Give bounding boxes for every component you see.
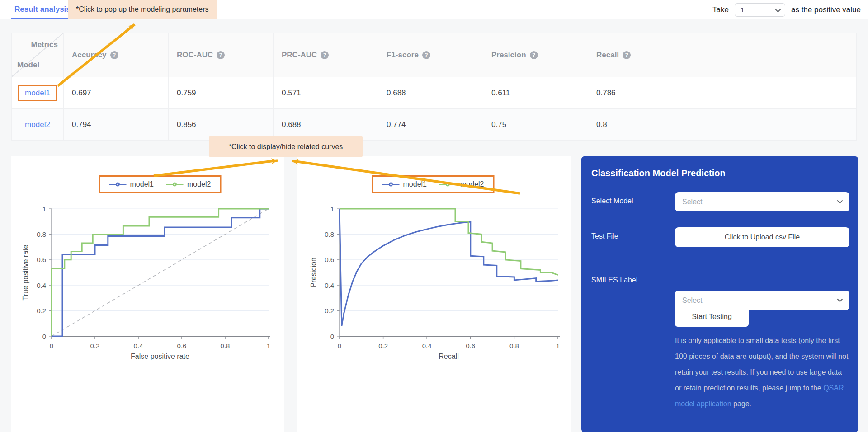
metric-cell: 0.774 — [378, 109, 483, 141]
prc-legend: model1model2 — [372, 175, 495, 193]
row-filler — [693, 77, 856, 109]
help-icon[interactable]: ? — [217, 51, 225, 59]
smiles-label: SMILES Label — [591, 276, 637, 284]
col-header-label: Recall — [596, 51, 619, 60]
start-testing-button[interactable]: Start Testing — [675, 306, 749, 327]
panel-title: Classification Model Prediction — [591, 168, 726, 178]
positive-value-select[interactable]: 1 — [735, 3, 785, 17]
legend-circle-icon — [389, 183, 393, 187]
svg-text:0.8: 0.8 — [325, 230, 334, 238]
metric-cell: 0.571 — [274, 77, 378, 109]
metric-cell: 0.75 — [483, 109, 588, 141]
svg-text:0.4: 0.4 — [422, 342, 432, 350]
legend-circle-icon — [446, 183, 450, 187]
select-model-placeholder: Select — [682, 198, 702, 206]
svg-text:True positive rate: True positive rate — [22, 244, 29, 300]
svg-text:0.2: 0.2 — [378, 342, 388, 350]
svg-text:0.8: 0.8 — [37, 230, 46, 238]
header-filler — [693, 33, 856, 77]
legend-item-model1[interactable]: model1 — [382, 180, 427, 188]
col-header-prc-auc: PRC-AUC? — [274, 33, 378, 77]
svg-text:0.4: 0.4 — [37, 282, 46, 289]
svg-text:1: 1 — [267, 342, 270, 350]
line-circle-symbol — [382, 184, 400, 185]
help-icon[interactable]: ? — [422, 51, 430, 59]
top-bar: Result analysis *Click to pop up the mod… — [0, 0, 868, 19]
svg-text:0.6: 0.6 — [325, 256, 334, 263]
legend-label: model2 — [187, 180, 211, 188]
svg-text:Presicion: Presicion — [310, 258, 317, 287]
legend-item-model2[interactable]: model2 — [166, 180, 211, 188]
col-header-f1-score: F1-score? — [378, 33, 483, 77]
line-circle-symbol — [439, 184, 457, 185]
model-cell: model1 — [12, 77, 64, 109]
result-analysis-page: Result analysis *Click to pop up the mod… — [0, 0, 868, 432]
legend-item-model2[interactable]: model2 — [439, 180, 484, 188]
col-header-label: F1-score — [387, 51, 419, 60]
positive-value-control: Take 1 as the positive value — [712, 0, 861, 19]
roc-legend: model1model2 — [99, 175, 222, 193]
legend-circle-icon — [173, 183, 177, 187]
roc-chart-card: 00.20.40.60.8100.20.40.60.81False positi… — [11, 156, 284, 432]
modeling-parameters-tooltip: *Click to pop up the modeling parameters — [68, 0, 217, 19]
col-header-roc-auc: ROC-AUC? — [169, 33, 274, 77]
select-model-label: Select Model — [591, 197, 633, 205]
svg-text:0.2: 0.2 — [37, 307, 46, 315]
chevron-down-icon — [775, 6, 781, 12]
svg-text:0.8: 0.8 — [221, 342, 230, 350]
upload-csv-button[interactable]: Click to Upload csv File — [675, 227, 849, 247]
chevron-down-icon — [837, 296, 843, 302]
col-header-label: ROC-AUC — [177, 51, 213, 60]
metric-cell: 0.611 — [483, 77, 588, 109]
note-text: It is only applicable to small data test… — [675, 337, 848, 392]
select-model-dropdown[interactable]: Select — [675, 192, 849, 211]
model-link-model1[interactable]: model1 — [25, 89, 50, 97]
col-header-label: PRC-AUC — [282, 51, 317, 60]
panel-note: It is only applicable to small data test… — [675, 333, 849, 412]
classification-prediction-panel: Classification Model Prediction Select M… — [581, 156, 858, 432]
positive-value-selected: 1 — [741, 6, 744, 14]
svg-text:0.6: 0.6 — [466, 342, 475, 350]
svg-text:0.2: 0.2 — [325, 307, 334, 315]
legend-circle-icon — [116, 183, 120, 187]
help-icon[interactable]: ? — [321, 51, 329, 59]
metric-cell: 0.697 — [64, 77, 169, 109]
metric-cell: 0.8 — [588, 109, 693, 141]
metric-cell: 0.786 — [588, 77, 693, 109]
model-link-model2[interactable]: model2 — [25, 120, 50, 129]
col-header-label: Presicion — [491, 51, 526, 60]
smiles-placeholder: Select — [682, 296, 702, 305]
svg-text:0: 0 — [42, 333, 46, 340]
svg-text:0.6: 0.6 — [37, 256, 46, 263]
positive-suffix-label: as the positive value — [791, 5, 861, 14]
metric-cell: 0.688 — [274, 109, 378, 141]
positive-prefix-label: Take — [712, 5, 729, 14]
row-filler — [693, 109, 856, 141]
col-header-recall: Recall? — [588, 33, 693, 77]
test-file-label: Test File — [591, 232, 618, 240]
help-icon[interactable]: ? — [623, 51, 631, 59]
svg-text:0.8: 0.8 — [509, 342, 519, 350]
svg-text:0.4: 0.4 — [325, 282, 334, 289]
svg-text:0: 0 — [330, 333, 334, 340]
model-highlight-box: model1 — [18, 85, 57, 101]
svg-text:1: 1 — [556, 342, 560, 350]
svg-text:Recall: Recall — [439, 352, 458, 360]
corner-model-label: Model — [17, 61, 39, 70]
prc-chart-card: 00.20.40.60.8100.20.40.60.81RecallPresic… — [297, 156, 571, 432]
model-cell: model2 — [12, 109, 64, 141]
tab-result-analysis[interactable]: Result analysis — [14, 0, 71, 19]
curves-tooltip: *Click to display/hide related curves — [209, 136, 363, 157]
legend-item-model1[interactable]: model1 — [109, 180, 154, 188]
col-header-accuracy: Accuracy? — [64, 33, 169, 77]
legend-label: model1 — [130, 180, 154, 188]
help-icon[interactable]: ? — [110, 51, 118, 59]
svg-text:1: 1 — [330, 205, 334, 213]
svg-text:0.2: 0.2 — [90, 342, 100, 350]
table-corner-cell: MetricsModel — [12, 33, 64, 77]
legend-label: model1 — [403, 180, 427, 188]
svg-text:0: 0 — [50, 342, 53, 350]
help-icon[interactable]: ? — [530, 51, 538, 59]
legend-label: model2 — [460, 180, 484, 188]
svg-text:False positive rate: False positive rate — [131, 352, 189, 360]
